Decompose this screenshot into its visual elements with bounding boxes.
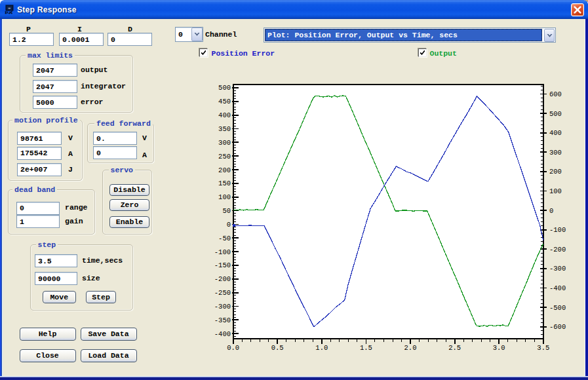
svg-text:100: 100 xyxy=(218,193,231,201)
svg-text:2.0: 2.0 xyxy=(404,344,417,352)
svg-text:500: 500 xyxy=(549,110,562,118)
svg-text:-600: -600 xyxy=(549,323,566,331)
svg-text:-200: -200 xyxy=(214,275,231,283)
svg-text:-300: -300 xyxy=(214,303,231,311)
svg-text:2.5: 2.5 xyxy=(448,344,461,352)
svg-text:300: 300 xyxy=(218,139,231,147)
svg-text:0.5: 0.5 xyxy=(271,344,284,352)
svg-text:-100: -100 xyxy=(214,248,231,256)
svg-text:450: 450 xyxy=(218,98,231,105)
svg-text:400: 400 xyxy=(218,111,231,119)
svg-text:350: 350 xyxy=(218,125,231,133)
svg-text:-50: -50 xyxy=(218,235,231,242)
svg-text:500: 500 xyxy=(218,84,231,92)
svg-text:200: 200 xyxy=(218,166,231,174)
svg-text:-400: -400 xyxy=(549,284,566,292)
svg-text:-250: -250 xyxy=(214,289,231,297)
svg-text:-100: -100 xyxy=(549,226,566,234)
svg-text:-400: -400 xyxy=(214,330,231,338)
svg-text:1.5: 1.5 xyxy=(360,344,372,352)
svg-text:-300: -300 xyxy=(549,265,566,273)
svg-text:300: 300 xyxy=(549,149,562,157)
svg-text:250: 250 xyxy=(218,153,231,161)
svg-text:100: 100 xyxy=(549,187,562,195)
svg-text:400: 400 xyxy=(549,129,562,137)
svg-text:0.0: 0.0 xyxy=(227,344,239,352)
svg-text:50: 50 xyxy=(222,207,231,215)
svg-text:-150: -150 xyxy=(214,261,231,269)
svg-text:3.0: 3.0 xyxy=(493,344,505,352)
svg-text:200: 200 xyxy=(549,168,562,176)
svg-text:3.5: 3.5 xyxy=(537,344,549,352)
svg-text:600: 600 xyxy=(549,90,562,98)
svg-text:-200: -200 xyxy=(549,246,566,254)
svg-text:150: 150 xyxy=(218,180,231,187)
svg-text:-350: -350 xyxy=(214,316,231,324)
svg-text:0: 0 xyxy=(549,207,553,215)
svg-text:0: 0 xyxy=(227,221,231,229)
svg-text:1.0: 1.0 xyxy=(315,344,328,352)
svg-text:-500: -500 xyxy=(549,304,566,312)
